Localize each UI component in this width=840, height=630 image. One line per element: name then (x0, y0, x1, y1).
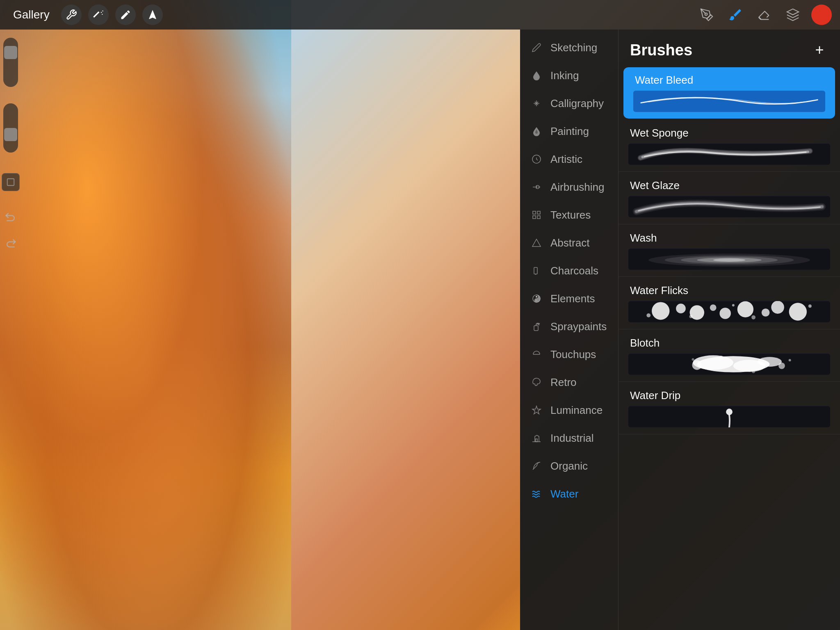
opacity-slider[interactable] (3, 38, 18, 87)
brush-item-water-drip[interactable]: Water Drip (619, 383, 840, 434)
color-picker[interactable] (811, 5, 832, 25)
brush-item-water-flicks[interactable]: Water Flicks (619, 278, 840, 329)
svg-point-50 (719, 356, 723, 360)
brush-item-wash[interactable]: Wash (619, 225, 840, 277)
airbrushing-category-label: Airbrushing (550, 181, 605, 194)
undo-button[interactable] (2, 208, 20, 226)
pen-tool-button[interactable] (696, 5, 717, 25)
smudge-icon (120, 9, 131, 21)
category-item-painting[interactable]: Painting (520, 117, 618, 145)
organic-category-label: Organic (550, 460, 588, 472)
brush-icon (728, 7, 743, 22)
brush-item-blotch[interactable]: Blotch (619, 330, 840, 382)
inking-category-icon (530, 69, 543, 82)
category-item-industrial[interactable]: Industrial (520, 424, 618, 452)
svg-point-51 (752, 370, 755, 373)
brush-preview-water-drip (628, 406, 830, 427)
brush-list: Brushes + Water Bleed Wet Sponge Wet Gla… (619, 30, 840, 630)
top-toolbar: Gallery (0, 0, 840, 30)
opacity-thumb (4, 46, 17, 59)
svg-point-37 (789, 303, 807, 320)
industrial-category-label: Industrial (550, 432, 594, 445)
category-item-water[interactable]: Water (520, 480, 618, 508)
svg-rect-8 (537, 216, 540, 219)
svg-point-39 (689, 315, 693, 318)
svg-rect-9 (533, 216, 536, 219)
brush-name-water-flicks: Water Flicks (628, 284, 830, 297)
category-item-charcoals[interactable]: Charcoals (520, 257, 618, 285)
brushes-title: Brushes (630, 41, 692, 59)
calligraphy-category-icon (530, 97, 543, 110)
svg-point-40 (732, 304, 735, 306)
svg-rect-19 (633, 91, 825, 112)
gallery-button[interactable]: Gallery (8, 5, 55, 25)
charcoals-category-icon (530, 264, 543, 277)
water-category-label: Water (550, 488, 578, 500)
brush-preview-water-bleed (633, 91, 825, 112)
brush-item-water-bleed[interactable]: Water Bleed (623, 67, 835, 119)
brush-name-water-drip: Water Drip (628, 389, 830, 402)
layers-tool-button[interactable] (783, 5, 803, 25)
svg-point-1 (102, 11, 103, 11)
svg-point-41 (751, 315, 756, 320)
eraser-icon (757, 8, 771, 22)
svg-point-48 (692, 360, 702, 370)
sketching-category-icon (530, 41, 543, 54)
svg-point-49 (778, 363, 785, 369)
category-item-artistic[interactable]: Artistic (520, 145, 618, 173)
svg-point-16 (539, 325, 539, 325)
abstract-category-icon (530, 236, 543, 249)
arrow-button[interactable] (142, 5, 163, 25)
calligraphy-category-label: Calligraphy (550, 97, 604, 110)
airbrushing-category-icon (530, 180, 543, 194)
magic-wand-button[interactable] (88, 5, 109, 25)
layers-icon (786, 8, 800, 22)
svg-rect-7 (537, 211, 540, 214)
artistic-category-label: Artistic (550, 153, 582, 166)
brush-name-wet-glaze: Wet Glaze (628, 179, 830, 192)
redo-button[interactable] (2, 234, 20, 252)
category-item-retro[interactable]: Retro (520, 368, 618, 396)
category-item-abstract[interactable]: Abstract (520, 229, 618, 257)
svg-point-27 (713, 258, 746, 262)
category-item-organic[interactable]: Organic (520, 452, 618, 480)
smudge-button[interactable] (115, 5, 136, 25)
brush-item-wet-glaze[interactable]: Wet Glaze (619, 173, 840, 224)
elements-category-icon (530, 292, 543, 305)
redo-icon (5, 237, 17, 249)
textures-category-icon (530, 208, 543, 221)
brush-item-wet-sponge[interactable]: Wet Sponge (619, 120, 840, 172)
square-tool-button[interactable] (2, 173, 20, 191)
category-item-sketching[interactable]: Sketching (520, 34, 618, 62)
brush-preview-wet-sponge (628, 144, 830, 165)
category-item-spraypaints[interactable]: Spraypaints (520, 313, 618, 340)
organic-category-icon (530, 459, 543, 472)
charcoals-category-label: Charcoals (550, 265, 598, 277)
svg-rect-18 (536, 439, 537, 442)
svg-point-12 (536, 296, 537, 297)
brush-name-water-bleed: Water Bleed (633, 74, 825, 87)
category-item-calligraphy[interactable]: Calligraphy (520, 89, 618, 117)
undo-redo-group (2, 208, 20, 252)
brush-tool-button[interactable] (725, 5, 746, 25)
eraser-tool-button[interactable] (754, 5, 774, 25)
inking-category-label: Inking (550, 69, 579, 82)
category-item-textures[interactable]: Textures (520, 201, 618, 229)
industrial-category-icon (530, 431, 543, 445)
touchups-category-icon (530, 348, 543, 361)
add-brush-button[interactable]: + (810, 41, 829, 59)
wrench-button[interactable] (61, 5, 82, 25)
category-item-inking[interactable]: Inking (520, 62, 618, 89)
touchups-category-label: Touchups (550, 348, 596, 361)
spraypaints-category-label: Spraypaints (550, 320, 607, 333)
size-slider[interactable] (3, 103, 18, 153)
category-item-elements[interactable]: Elements (520, 285, 618, 313)
category-item-airbrushing[interactable]: Airbrushing (520, 173, 618, 201)
category-item-touchups[interactable]: Touchups (520, 340, 618, 368)
abstract-category-label: Abstract (550, 237, 589, 249)
textures-category-label: Textures (550, 209, 591, 221)
svg-point-2 (102, 14, 103, 15)
svg-point-47 (758, 357, 782, 367)
magic-wand-icon (93, 9, 104, 21)
category-item-luminance[interactable]: Luminance (520, 396, 618, 424)
